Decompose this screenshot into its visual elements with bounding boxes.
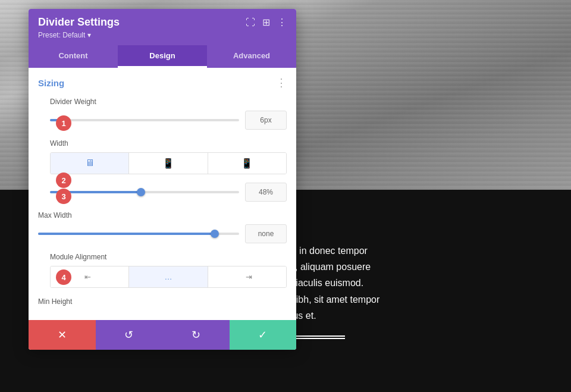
device-selector: 🖥 📱 📱 <box>50 152 287 174</box>
align-right[interactable]: ⇥ <box>208 266 286 287</box>
step-4: 4 <box>56 269 71 285</box>
step-1: 1 <box>56 115 71 131</box>
max-width-value[interactable]: none <box>245 224 287 243</box>
header-icons: ⛶ ⊞ ⋮ <box>246 17 287 28</box>
step-2: 2 <box>56 173 71 188</box>
step-3: 3 <box>56 189 71 204</box>
width-value[interactable]: 48% <box>245 183 287 202</box>
layout-icon[interactable]: ⊞ <box>262 17 270 28</box>
preset-label[interactable]: Preset: Default ▾ <box>38 31 287 39</box>
device-tablet[interactable]: 📱 <box>129 153 208 174</box>
cancel-button[interactable]: ✕ <box>29 320 96 350</box>
align-center[interactable]: … <box>129 266 208 287</box>
panel-tabs: Content Design Advanced <box>29 45 296 68</box>
max-width-slider[interactable] <box>38 233 239 235</box>
divider-weight-value[interactable]: 6px <box>245 111 287 130</box>
max-width-label: Max Width <box>38 211 287 219</box>
section-header: Sizing ⋮ <box>38 77 287 88</box>
width-slider[interactable] <box>50 191 239 193</box>
redo-button[interactable]: ↻ <box>162 320 230 350</box>
section-menu-icon[interactable]: ⋮ <box>276 77 287 88</box>
undo-icon: ↺ <box>124 328 133 341</box>
device-mobile[interactable]: 📱 <box>208 153 286 174</box>
more-icon[interactable]: ⋮ <box>277 17 287 28</box>
save-icon: ✓ <box>258 328 267 341</box>
fullscreen-icon[interactable]: ⛶ <box>246 17 255 28</box>
min-height-label: Min Height <box>38 297 287 306</box>
panel-header: Divider Settings ⛶ ⊞ ⋮ Preset: Default ▾ <box>29 9 296 45</box>
divider-weight-label: Divider Weight <box>50 98 287 106</box>
device-desktop[interactable]: 🖥 <box>51 153 129 174</box>
settings-panel: Divider Settings ⛶ ⊞ ⋮ Preset: Default ▾… <box>29 9 296 350</box>
alignment-selector: ⇤ … ⇥ <box>50 266 287 288</box>
divider-weight-slider[interactable] <box>50 119 239 121</box>
tab-content[interactable]: Content <box>29 45 118 68</box>
save-button[interactable]: ✓ <box>230 320 297 350</box>
redo-icon: ↻ <box>192 328 200 341</box>
panel-footer: ✕ ↺ ↻ ✓ <box>29 320 296 350</box>
module-alignment-label: Module Alignment <box>50 253 287 261</box>
width-label: Width <box>50 139 287 148</box>
cancel-icon: ✕ <box>58 328 67 341</box>
tab-advanced[interactable]: Advanced <box>207 45 296 68</box>
panel-title: Divider Settings <box>38 16 120 29</box>
panel-body: Sizing ⋮ 1 Divider Weight 6px 2 Width 🖥 … <box>29 68 296 320</box>
section-title: Sizing <box>38 78 64 88</box>
undo-button[interactable]: ↺ <box>96 320 163 350</box>
tab-design[interactable]: Design <box>118 45 207 68</box>
panel-header-top: Divider Settings ⛶ ⊞ ⋮ <box>38 16 287 29</box>
